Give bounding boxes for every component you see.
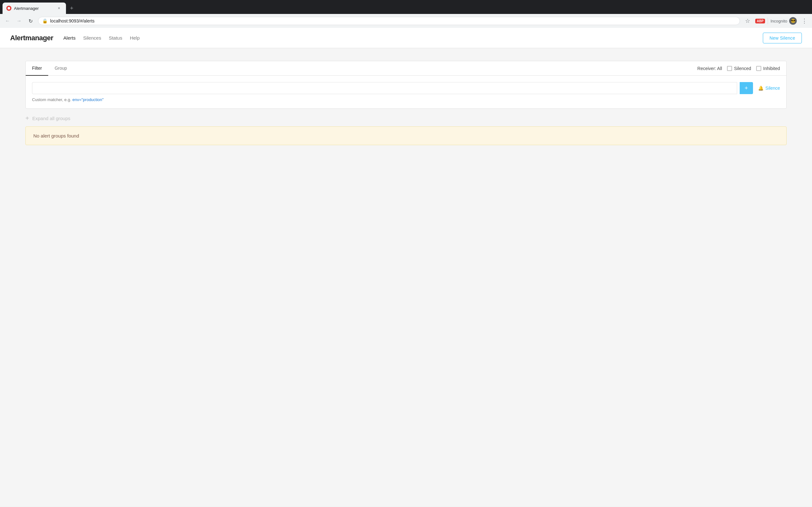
filter-body: + 🔔 Silence Custom matcher, e.g. env="pr… <box>26 76 786 108</box>
nav-link-silences[interactable]: Silences <box>83 34 101 42</box>
filter-hint-example[interactable]: env="production" <box>72 97 104 102</box>
silenced-checkbox[interactable] <box>727 66 732 71</box>
new-tab-button[interactable]: + <box>67 4 76 13</box>
incognito-label: Incognito <box>770 19 787 23</box>
lock-icon: 🔒 <box>42 18 48 23</box>
address-text: localhost:9093/#/alerts <box>50 18 736 23</box>
bookmark-button[interactable]: ☆ <box>743 16 753 26</box>
menu-button[interactable]: ⋮ <box>799 16 809 26</box>
tab-title: Alertmanager <box>14 6 53 11</box>
inhibited-label: Inhibited <box>763 66 780 71</box>
silence-link-label: Silence <box>765 86 780 91</box>
receiver-label: Receiver: All <box>698 66 722 71</box>
back-button[interactable]: ← <box>3 16 13 26</box>
incognito-area: Incognito 😎 <box>770 17 797 25</box>
silenced-label: Silenced <box>734 66 751 71</box>
inhibited-checkbox-label[interactable]: Inhibited <box>756 66 780 71</box>
inhibited-checkbox[interactable] <box>756 66 761 71</box>
card-tabs: Filter Group Receiver: All Silenced Inhi… <box>26 61 786 76</box>
nav-links: Alerts Silences Status Help <box>63 34 140 42</box>
expand-all-row[interactable]: + Expand all groups <box>26 109 786 126</box>
nav-link-help[interactable]: Help <box>130 34 140 42</box>
favicon-dot <box>8 7 10 9</box>
silenced-checkbox-label[interactable]: Silenced <box>727 66 751 71</box>
tab-bar: Alertmanager × + <box>0 0 812 14</box>
app-header: Alertmanager Alerts Silences Status Help… <box>0 28 812 48</box>
tab-close-button[interactable]: × <box>56 5 62 11</box>
filter-input[interactable] <box>32 82 737 94</box>
expand-plus-icon: + <box>26 115 29 121</box>
nav-link-alerts[interactable]: Alerts <box>63 34 75 42</box>
abp-badge: ABP <box>755 19 765 23</box>
new-silence-button[interactable]: New Silence <box>763 33 802 43</box>
filter-input-row: + 🔔 Silence <box>32 82 780 94</box>
app-brand: Alertmanager <box>10 34 53 42</box>
filter-hint-prefix: Custom matcher, e.g. <box>32 97 72 102</box>
incognito-icon: 😎 <box>789 17 797 25</box>
tab-filter[interactable]: Filter <box>26 61 48 76</box>
active-tab[interactable]: Alertmanager × <box>3 3 66 14</box>
no-alerts-message: No alert groups found <box>33 133 79 138</box>
add-filter-button[interactable]: + <box>740 82 753 94</box>
address-bar: ← → ↻ 🔒 localhost:9093/#/alerts ☆ ABP In… <box>0 14 812 28</box>
filter-hint: Custom matcher, e.g. env="production" <box>32 97 780 102</box>
reload-button[interactable]: ↻ <box>26 16 36 26</box>
silence-link[interactable]: 🔔 Silence <box>758 86 780 91</box>
nav-link-status[interactable]: Status <box>109 34 122 42</box>
tab-favicon <box>6 6 11 11</box>
browser-chrome: Alertmanager × + ← → ↻ 🔒 localhost:9093/… <box>0 0 812 28</box>
toolbar-right: ☆ ABP Incognito 😎 ⋮ <box>743 16 809 26</box>
silence-icon: 🔔 <box>758 86 763 91</box>
page-content: Alertmanager Alerts Silences Status Help… <box>0 28 812 506</box>
no-alerts-banner: No alert groups found <box>26 126 786 145</box>
forward-button[interactable]: → <box>14 16 24 26</box>
divider <box>768 18 768 24</box>
main-area: Filter Group Receiver: All Silenced Inhi… <box>0 48 812 158</box>
tab-group[interactable]: Group <box>48 61 73 76</box>
filter-card: Filter Group Receiver: All Silenced Inhi… <box>26 61 786 109</box>
card-tabs-right: Receiver: All Silenced Inhibited <box>698 66 786 71</box>
nav-buttons: ← → ↻ <box>3 16 36 26</box>
expand-all-label: Expand all groups <box>32 116 70 121</box>
address-input-wrap[interactable]: 🔒 localhost:9093/#/alerts <box>38 17 740 25</box>
